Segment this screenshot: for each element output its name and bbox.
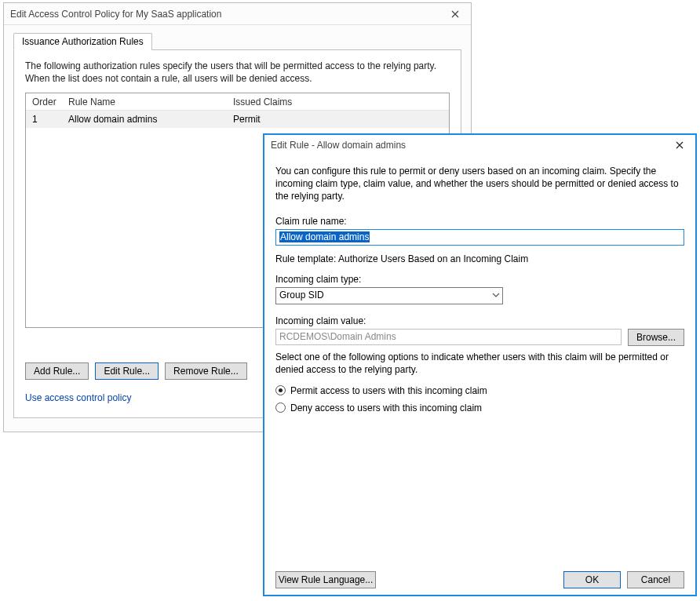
close-icon[interactable] [446, 8, 465, 20]
dialog2-body: You can configure this rule to permit or… [264, 155, 695, 595]
browse-button[interactable]: Browse... [628, 329, 684, 346]
claim-rule-name-label: Claim rule name: [275, 216, 684, 227]
intro-text: You can configure this rule to permit or… [275, 165, 684, 203]
col-name: Rule Name [62, 94, 227, 110]
rules-description: The following authorization rules specif… [25, 60, 450, 85]
incoming-claim-value-label: Incoming claim value: [275, 315, 684, 326]
radio-permit-row[interactable]: Permit access to users with this incomin… [275, 382, 684, 399]
incoming-claim-type-value: Group SID [279, 290, 324, 300]
add-rule-button[interactable]: Add Rule... [25, 362, 89, 380]
col-order: Order [26, 94, 62, 110]
incoming-claim-type-select-wrap: Group SID [275, 287, 503, 304]
table-row[interactable]: 1 Allow domain admins Permit [26, 111, 449, 128]
rule-template-line: Rule template: Authorize Users Based on … [275, 253, 684, 264]
dialog2-ok-button[interactable]: OK [563, 571, 621, 588]
dialog2-footer: View Rule Language... OK Cancel [275, 562, 684, 588]
rule-buttons-row: Add Rule... Edit Rule... Remove Rule... [25, 362, 247, 380]
tab-row: Issuance Authorization Rules [13, 33, 461, 50]
view-rule-language-button[interactable]: View Rule Language... [275, 571, 376, 588]
remove-rule-button[interactable]: Remove Rule... [165, 362, 247, 380]
incoming-claim-type-select[interactable]: Group SID [275, 287, 503, 304]
radio-permit[interactable] [275, 385, 286, 395]
tab-issuance-rules[interactable]: Issuance Authorization Rules [13, 33, 152, 50]
radio-deny-row[interactable]: Deny access to users with this incoming … [275, 399, 684, 417]
col-claims: Issued Claims [227, 94, 449, 110]
cell-claims: Permit [227, 111, 449, 127]
options-intro: Select one of the following options to i… [275, 351, 684, 376]
dialog2-titlebar: Edit Rule - Allow domain admins [264, 135, 695, 155]
use-policy-link[interactable]: Use access control policy [25, 392, 131, 403]
permit-deny-radios: Permit access to users with this incomin… [275, 382, 684, 417]
radio-permit-label: Permit access to users with this incomin… [290, 385, 487, 396]
cell-name: Allow domain admins [62, 111, 227, 127]
incoming-claim-type-label: Incoming claim type: [275, 274, 684, 285]
edit-rule-dialog: Edit Rule - Allow domain admins You can … [263, 133, 697, 596]
radio-deny[interactable] [275, 402, 286, 413]
cancel-button[interactable]: Cancel [627, 571, 684, 588]
claim-rule-name-value: Allow domain admins [279, 231, 370, 242]
edit-rule-button[interactable]: Edit Rule... [95, 362, 159, 380]
table-header: Order Rule Name Issued Claims [26, 93, 449, 111]
claim-value-row: RCDEMOS\Domain Admins Browse... [275, 329, 684, 346]
incoming-claim-value-field[interactable]: RCDEMOS\Domain Admins [275, 329, 622, 345]
claim-rule-name-input[interactable]: Allow domain admins [275, 229, 684, 246]
cell-order: 1 [26, 111, 62, 127]
close-icon[interactable] [670, 139, 689, 151]
dialog1-titlebar: Edit Access Control Policy for My SaaS a… [4, 3, 471, 25]
dialog2-title: Edit Rule - Allow domain admins [271, 140, 406, 151]
radio-deny-label: Deny access to users with this incoming … [290, 402, 482, 413]
dialog1-title: Edit Access Control Policy for My SaaS a… [10, 9, 221, 20]
